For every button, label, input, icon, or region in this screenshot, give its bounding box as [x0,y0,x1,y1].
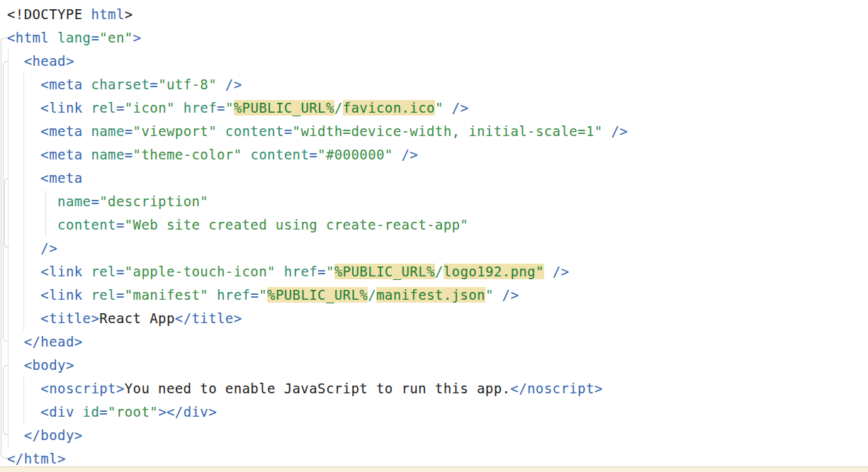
code-token: href [217,287,250,303]
code-token: /> [611,123,628,139]
search-highlight: %PUBLIC_URL% [234,100,334,116]
code-token [7,53,24,69]
code-token: </title> [175,310,242,326]
code-token: = [91,30,99,45]
code-token [7,147,40,162]
code-token: </noscript> [510,381,602,396]
code-token [208,287,217,303]
code-token [7,310,40,326]
code-token [7,240,40,256]
search-highlight: %PUBLIC_URL% [267,287,368,303]
code-token: <div [40,404,82,420]
code-line[interactable]: <meta name="viewport" content="width=dev… [7,120,628,143]
code-token [217,123,225,139]
code-token: "utf-8" [158,77,217,92]
code-token: = [317,264,326,279]
code-token: </head> [24,334,83,349]
search-highlight: favicon.ico [343,100,435,116]
code-token: /> [402,147,419,162]
code-token: = [116,264,125,279]
code-token: <link [40,287,91,303]
code-token: /> [225,77,242,92]
code-token: = [250,287,259,303]
code-token [7,100,40,116]
code-token: = [91,193,99,209]
code-token: " [225,100,234,116]
code-token: <title> [40,310,99,326]
code-token [7,170,40,186]
code-token: = [125,147,133,162]
code-token: = [116,100,125,116]
code-token: = [125,123,133,139]
code-token: content [225,123,284,139]
code-token [242,147,251,162]
code-token: > [133,30,142,45]
code-token: /> [502,287,519,303]
code-token: <meta [40,147,91,162]
code-token: / [368,287,376,303]
code-line[interactable]: name="description" [7,190,628,213]
code-token: href [184,100,217,116]
code-token [7,123,40,139]
code-token [7,334,24,349]
code-line[interactable]: <link rel="manifest" href="%PUBLIC_URL%/… [7,283,628,307]
code-token: "apple-touch-icon" [125,264,276,279]
code-token [7,193,57,209]
code-token [494,287,502,303]
code-token [7,264,40,279]
code-line[interactable]: <body> [7,354,628,377]
code-line[interactable]: <link rel="icon" href="%PUBLIC_URL%/favi… [7,96,628,120]
code-token [7,287,40,303]
code-token: </body> [24,427,83,443]
code-line[interactable]: <html lang="en"> [7,26,628,50]
code-token [175,100,184,116]
code-token: = [99,404,108,420]
code-token: rel [91,264,116,279]
code-line[interactable]: /> [7,237,628,260]
code-token: href [284,264,317,279]
code-token: = [284,123,293,139]
code-token [544,264,553,279]
code-token: = [309,147,317,162]
code-token: name [91,147,124,162]
code-token: "width=device-width, initial-scale=1" [293,123,603,139]
code-token: <html [7,30,57,45]
code-line[interactable]: <head> [7,50,628,73]
code-token: lang [57,30,91,45]
code-line[interactable]: content="Web site created using create-r… [7,213,628,237]
code-line[interactable]: <meta charset="utf-8" /> [7,73,628,96]
code-token: "en" [99,30,133,45]
code-token: id [83,404,100,420]
code-line[interactable]: </html> [7,447,628,471]
code-token [276,264,284,279]
code-token [7,381,40,396]
code-token: /> [553,264,570,279]
code-line[interactable]: <meta [7,167,628,190]
code-line[interactable]: <link rel="apple-touch-icon" href="%PUBL… [7,260,628,283]
code-token: "description" [99,193,208,209]
code-token [7,77,40,92]
code-token: = [217,100,225,116]
code-token [217,77,225,92]
code-token [603,123,611,139]
code-line[interactable]: <noscript>You need to enable JavaScript … [7,377,628,400]
code-line[interactable]: <div id="root"></div> [7,400,628,424]
code-token: You need to enable JavaScript to run thi… [125,381,511,396]
code-line[interactable]: </body> [7,424,628,447]
code-token: html [91,6,124,22]
code-token: <meta [40,123,91,139]
code-token: = [116,217,125,232]
code-editor[interactable]: <!DOCTYPE html><html lang="en"> <head> <… [0,0,868,472]
code-token: ></div> [158,404,217,420]
code-token: > [125,6,133,22]
code-token: <head> [24,53,74,69]
code-lines: <!DOCTYPE html><html lang="en"> <head> <… [7,3,628,471]
code-line[interactable]: <!DOCTYPE html> [7,3,628,26]
code-line[interactable]: </head> [7,330,628,354]
code-token: <noscript> [40,381,124,396]
code-line[interactable]: <meta name="theme-color" content="#00000… [7,143,628,167]
code-line[interactable]: <title>React App</title> [7,307,628,330]
code-token: rel [91,287,116,303]
search-highlight: logo192.png" [444,264,544,279]
code-token: rel [91,100,116,116]
